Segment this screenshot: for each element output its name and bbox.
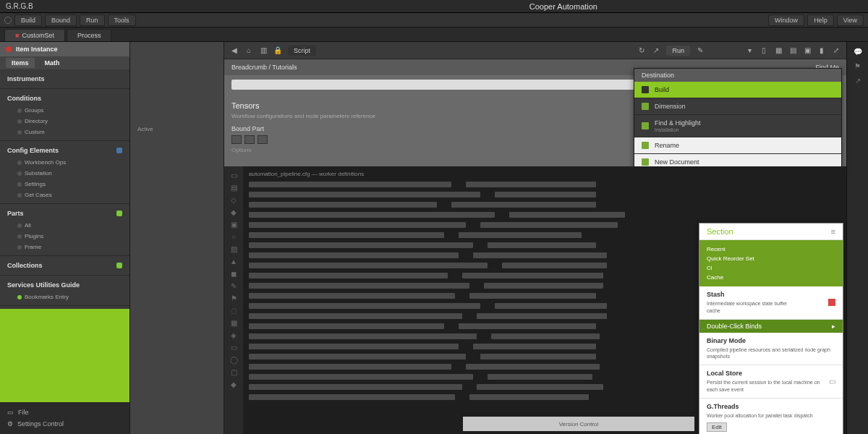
menu-run[interactable]: Run <box>80 14 105 26</box>
gutter-icon[interactable]: ◼ <box>224 268 243 280</box>
sb-item[interactable]: Plugins <box>7 231 122 242</box>
columns-icon[interactable]: ▤ <box>788 46 797 55</box>
window-close-icon[interactable] <box>4 17 12 24</box>
gutter-icon[interactable]: ▲ <box>224 255 243 268</box>
sb-item[interactable]: Get Cases <box>7 190 122 200</box>
mid-item[interactable]: Active <box>130 122 224 137</box>
sb-item[interactable]: Workbench Ops <box>7 157 122 168</box>
gutter-icon[interactable]: ▤ <box>224 182 243 194</box>
more-icon[interactable]: ▮ <box>817 46 826 55</box>
rp-green-block: Recent Quick Reorder Set Cl Cache <box>699 240 843 286</box>
tab-process[interactable]: Process <box>67 29 112 41</box>
sb-item[interactable]: Settings <box>7 179 122 190</box>
gutter-icon[interactable]: ▣ <box>224 218 243 231</box>
menu-window[interactable]: Window <box>768 14 804 26</box>
popup-header: Destination <box>634 69 841 82</box>
gutter-icon[interactable]: ▦ <box>224 317 243 329</box>
gutter-icon[interactable]: ◈ <box>224 329 243 341</box>
layout-icon[interactable]: ▥ <box>259 46 268 55</box>
sb-section-conditions: Conditions Groups Directory Custom <box>0 89 129 141</box>
sb-item[interactable]: Frame <box>7 242 122 252</box>
gutter-icon[interactable]: ▭ <box>224 169 243 182</box>
rp-label: G.Threads <box>707 403 835 410</box>
popup-item-build[interactable]: Build <box>634 82 841 98</box>
back-icon[interactable]: ◀ <box>230 46 239 55</box>
sb-item[interactable]: Substation <box>7 168 122 179</box>
home-icon[interactable]: ⌂ <box>244 46 253 55</box>
sidebar-close-icon[interactable] <box>6 46 12 52</box>
rp-line[interactable]: Recent <box>707 244 835 254</box>
gutter-icon[interactable]: ◌ <box>224 305 243 317</box>
rp-line[interactable]: Quick Reorder Set <box>707 254 835 263</box>
rp-section-stash: Stash Intermediate workspace state buffe… <box>699 286 843 320</box>
bottom-strip[interactable]: Version Control <box>463 417 694 431</box>
rp-line[interactable]: Cache <box>707 273 835 282</box>
breadcrumb[interactable]: Breadcrumb / Tutorials <box>231 64 297 71</box>
toolbar-script[interactable]: Script <box>288 46 316 56</box>
gutter-icon[interactable]: ✎ <box>224 280 243 292</box>
tile-icon[interactable]: ▣ <box>803 46 812 55</box>
lock-icon[interactable]: 🔒 <box>273 46 282 55</box>
sidebar-tab-math[interactable]: Math <box>39 58 66 68</box>
tab-label: CustomSet <box>22 32 54 39</box>
sb-title[interactable]: Parts <box>7 210 24 217</box>
gutter-icon[interactable]: ◇ <box>224 194 243 206</box>
rt-chat-icon[interactable]: 💬 <box>853 46 863 56</box>
gutter-icon[interactable]: ◯ <box>224 354 243 366</box>
sb-item[interactable]: Directory <box>7 116 122 127</box>
rt-flag-icon[interactable]: ⚑ <box>853 61 863 71</box>
gutter-icon[interactable]: ◆ <box>224 206 243 218</box>
thumb-icon[interactable] <box>244 135 255 144</box>
popup-item-find[interactable]: Find & Highlight Installation <box>634 115 841 137</box>
gutter-icon[interactable]: ▭ <box>224 341 243 354</box>
menu-tools[interactable]: Tools <box>108 14 136 26</box>
menu-build[interactable]: Build <box>14 14 42 26</box>
content-area: ◀ ⌂ ▥ 🔒 Script ↻ ↗ Run ✎ ▾ ▯ ▦ ▤ ▣ ▮ ⤢ <box>224 42 846 434</box>
thumb-icon[interactable] <box>258 135 268 144</box>
gutter-icon[interactable]: ⚑ <box>224 292 243 305</box>
thumb-icon[interactable] <box>231 135 242 144</box>
toolbar-run[interactable]: Run <box>666 46 690 56</box>
menu-view[interactable]: View <box>837 14 864 26</box>
popup-item-dimension[interactable]: Dimension <box>634 98 841 115</box>
rp-menu-icon[interactable]: ≡ <box>831 227 835 236</box>
grid-icon[interactable]: ▦ <box>774 46 783 55</box>
sb-title[interactable]: Config Elements <box>7 147 59 154</box>
sb-title[interactable]: Services Utilities Guide <box>7 281 80 289</box>
menu-help[interactable]: Help <box>807 14 834 26</box>
sb-title[interactable]: Instruments <box>7 75 45 82</box>
rp-line[interactable]: Cl <box>707 263 835 273</box>
chevron-icon[interactable]: ▾ <box>745 46 754 55</box>
sb-title[interactable]: Conditions <box>7 95 41 102</box>
sb-item[interactable]: Bookmarks Entry <box>7 292 122 302</box>
menu-bound[interactable]: Bound <box>45 14 77 26</box>
rp-header: Section ≡ <box>699 224 843 240</box>
tab-customset[interactable]: ■ CustomSet <box>4 29 65 41</box>
gutter-icon[interactable]: ◆ <box>224 378 243 391</box>
footer-settings[interactable]: ⚙Settings Control <box>7 418 122 430</box>
rp-strip[interactable]: Double-Click Binds▸ <box>699 320 843 333</box>
rt-arrow-icon[interactable]: ↗ <box>853 75 863 85</box>
sb-item[interactable]: All <box>7 220 122 231</box>
footer-file[interactable]: ▭File <box>7 407 122 418</box>
refresh-icon[interactable]: ↻ <box>637 46 646 55</box>
edit-icon[interactable]: ✎ <box>696 46 705 55</box>
sb-title[interactable]: Collections <box>7 262 43 269</box>
popup-item-rename[interactable]: Rename <box>634 137 841 154</box>
rp-text: Compiled pipeline resources and serializ… <box>707 346 835 361</box>
expand-icon[interactable]: ⤢ <box>832 46 841 55</box>
sidebar-tab-items[interactable]: Items <box>6 58 35 68</box>
sb-item[interactable]: Custom <box>7 127 122 137</box>
gutter-icon[interactable]: ▨ <box>224 243 243 255</box>
code-line <box>249 202 841 210</box>
sb-section-collections: Collections <box>0 256 129 276</box>
warning-icon[interactable] <box>828 299 835 306</box>
toggle-icon[interactable]: ▭ <box>829 378 835 386</box>
gutter-icon[interactable]: ○ <box>224 231 243 243</box>
gutter-icon[interactable]: ▢ <box>224 366 243 378</box>
sb-item[interactable]: Groups <box>7 105 122 116</box>
share-icon[interactable]: ↗ <box>652 46 660 55</box>
chevron-icon: ▸ <box>832 323 835 330</box>
edit-button[interactable]: Edit <box>707 422 727 432</box>
panel-icon[interactable]: ▯ <box>760 46 768 55</box>
